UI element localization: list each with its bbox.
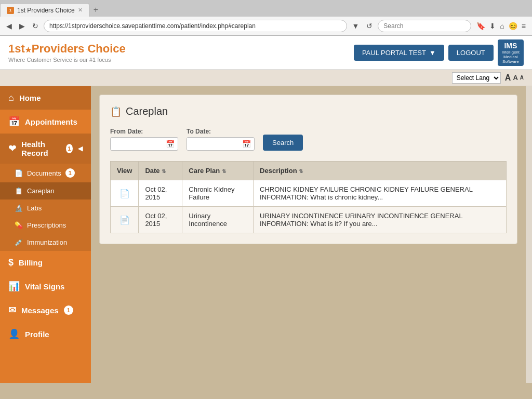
documents-icon: 📄 xyxy=(15,169,23,177)
from-date-input-wrap: 📅 xyxy=(110,137,178,151)
from-date-calendar-icon[interactable]: 📅 xyxy=(163,138,178,150)
immunization-icon: 💉 xyxy=(15,238,23,246)
sidebar-prescriptions-label: Prescriptions xyxy=(27,221,66,229)
refresh-button[interactable]: ↻ xyxy=(30,21,41,31)
row-view-cell[interactable]: 📄 xyxy=(111,180,139,207)
logo-star: ★ xyxy=(25,46,32,54)
home-nav-icon[interactable]: ⌂ xyxy=(500,22,504,30)
date-filter-form: From Date: 📅 To Date: 📅 Search xyxy=(110,128,507,151)
user-nav-icon[interactable]: 😊 xyxy=(509,22,517,30)
col-description[interactable]: Description ⇅ xyxy=(254,162,507,180)
from-date-group: From Date: 📅 xyxy=(110,128,178,151)
sidebar-item-labs[interactable]: 🔬 Labs xyxy=(0,200,91,217)
col-description-label: Description xyxy=(260,167,297,175)
content-card: 📋 Careplan From Date: 📅 To Date: 📅 xyxy=(99,95,517,244)
sidebar-documents-label: Documents xyxy=(27,169,61,177)
from-date-input[interactable] xyxy=(111,138,163,150)
health-record-badge: 1 xyxy=(66,144,73,153)
logo-subtitle: Where Customer Service is our #1 focus xyxy=(8,57,354,63)
user-portal-label: PAUL PORTAL TEST xyxy=(362,49,426,57)
col-care-plan[interactable]: Care Plan ⇅ xyxy=(182,162,254,180)
sidebar-item-vital-signs[interactable]: 📊 Vital Signs xyxy=(0,274,91,298)
reload-btn[interactable]: ↺ xyxy=(364,21,375,31)
search-button[interactable]: Search xyxy=(263,135,303,151)
sidebar: ⌂ Home 📅 Appointments ❤ Health Record 1 … xyxy=(0,86,91,383)
logout-button[interactable]: LOGOUT xyxy=(448,45,494,61)
sidebar-item-home-label: Home xyxy=(19,94,41,102)
forward-button[interactable]: ▶ xyxy=(17,21,27,31)
view-document-icon[interactable]: 📄 xyxy=(119,216,130,224)
sidebar-vital-signs-label: Vital Signs xyxy=(25,282,64,291)
url-input[interactable] xyxy=(44,20,347,32)
ims-subtitle: Intelligent xyxy=(502,50,520,55)
col-date[interactable]: Date ⇅ xyxy=(139,162,182,180)
tab-favicon: 1 xyxy=(7,7,14,14)
from-date-label: From Date: xyxy=(110,128,178,135)
ims-subtitle3: Software xyxy=(502,59,519,64)
sidebar-item-billing[interactable]: $ Billing xyxy=(0,251,91,274)
browser-tab[interactable]: 1 1st Providers Choice ✕ xyxy=(0,3,89,17)
view-document-icon[interactable]: 📄 xyxy=(119,189,130,198)
browser-search-input[interactable] xyxy=(378,20,471,32)
documents-badge: 1 xyxy=(65,168,75,178)
user-portal-button[interactable]: PAUL PORTAL TEST ▼ xyxy=(354,45,444,61)
logo: 1st★Providers Choice xyxy=(8,42,354,56)
care-plan-sort-icon: ⇅ xyxy=(222,168,226,174)
careplan-icon: 📋 xyxy=(15,187,23,195)
ims-logo: IMS Intelligent Medical Software xyxy=(498,39,524,66)
sidebar-immunization-label: Immunization xyxy=(27,238,67,246)
font-small-button[interactable]: A xyxy=(520,75,524,81)
sidebar-profile-label: Profile xyxy=(25,330,49,339)
scrollbar[interactable] xyxy=(526,86,532,383)
profile-icon: 👤 xyxy=(8,328,20,340)
font-large-button[interactable]: A xyxy=(505,73,511,83)
sidebar-item-health-record[interactable]: ❤ Health Record 1 ◀ xyxy=(0,134,91,164)
logo-text: 1st★Providers Choice xyxy=(8,42,126,56)
logo-area: 1st★Providers Choice Where Customer Serv… xyxy=(8,42,354,63)
download-icon[interactable]: ⬇ xyxy=(489,22,496,30)
sidebar-item-home[interactable]: ⌂ Home xyxy=(0,86,91,110)
bookmark-icon[interactable]: 🔖 xyxy=(476,22,485,30)
appointments-icon: 📅 xyxy=(8,116,20,127)
dropdown-arrow-icon: ▼ xyxy=(429,49,436,57)
to-date-input[interactable] xyxy=(187,138,239,150)
row-date-cell: Oct 02, 2015 xyxy=(139,207,182,233)
table-row: 📄 Oct 02, 2015 Chronic Kidney Failure CH… xyxy=(111,180,507,207)
sidebar-item-messages[interactable]: ✉ Messages 1 xyxy=(0,298,91,322)
app-header: 1st★Providers Choice Where Customer Serv… xyxy=(0,36,532,70)
font-medium-button[interactable]: A xyxy=(513,74,517,82)
sidebar-messages-label: Messages xyxy=(21,306,59,315)
sidebar-item-documents[interactable]: 📄 Documents 1 xyxy=(0,164,91,182)
to-date-calendar-icon[interactable]: 📅 xyxy=(239,138,254,150)
date-sort-icon: ⇅ xyxy=(162,168,166,174)
home-icon: ⌂ xyxy=(8,92,14,103)
col-date-label: Date xyxy=(145,167,159,175)
dropdown-btn[interactable]: ▼ xyxy=(350,21,362,31)
menu-icon[interactable]: ≡ xyxy=(522,22,526,30)
sidebar-item-careplan[interactable]: 📋 Careplan xyxy=(0,182,91,200)
row-description-cell: URINARY INCONTINENCE URINARY INCONTINENC… xyxy=(254,207,507,233)
sidebar-item-appointments[interactable]: 📅 Appointments xyxy=(0,110,91,134)
sidebar-labs-label: Labs xyxy=(27,204,42,212)
font-controls: A A A xyxy=(505,73,524,83)
sidebar-item-appointments-label: Appointments xyxy=(25,117,77,126)
sidebar-item-prescriptions[interactable]: 💊 Prescriptions xyxy=(0,217,91,234)
main-layout: ⌂ Home 📅 Appointments ❤ Health Record 1 … xyxy=(0,86,532,383)
tab-close-icon[interactable]: ✕ xyxy=(78,7,83,14)
sidebar-item-health-record-label: Health Record xyxy=(21,140,61,157)
new-tab-button[interactable]: + xyxy=(89,5,102,15)
language-select[interactable]: Select Lang xyxy=(452,72,501,84)
row-care-plan-cell: Chronic Kidney Failure xyxy=(182,180,254,207)
ims-text: IMS xyxy=(504,42,517,50)
sidebar-item-immunization[interactable]: 💉 Immunization xyxy=(0,234,91,251)
messages-badge: 1 xyxy=(64,305,73,315)
row-view-cell[interactable]: 📄 xyxy=(111,207,139,233)
back-button[interactable]: ◀ xyxy=(4,21,14,31)
to-date-label: To Date: xyxy=(187,128,255,135)
sidebar-toggle-icon: ◀ xyxy=(78,145,83,152)
row-description-cell: CHRONIC KIDNEY FAILURE CHRONIC KIDNEY FA… xyxy=(254,180,507,207)
to-date-group: To Date: 📅 xyxy=(187,128,255,151)
table-row: 📄 Oct 02, 2015 Urinary Incontinence URIN… xyxy=(111,207,507,233)
sidebar-item-profile[interactable]: 👤 Profile xyxy=(0,322,91,346)
to-date-input-wrap: 📅 xyxy=(187,137,255,151)
